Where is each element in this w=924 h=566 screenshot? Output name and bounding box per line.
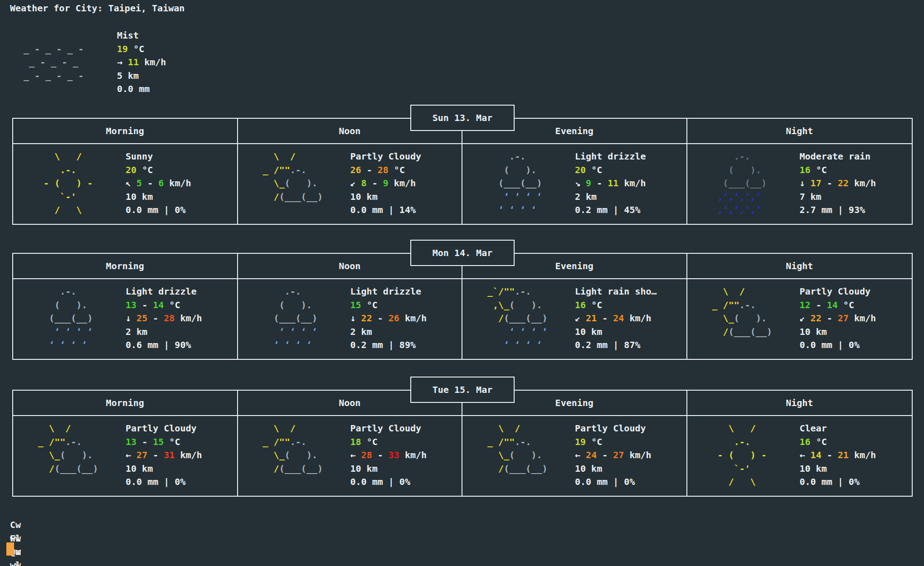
forecast-cell-noon: \ / _ /"".-. \_( ). /(___(__) Partly Clo… [238,144,463,224]
forecast-details: Light rain sho… 16 °C ↙ 21 - 24 km/h 10 … [575,285,657,352]
forecast-cell-morning: \ / .-. - ( ) - `-' / \Sunny 20 °C ↖ 5 -… [13,144,238,224]
column-header-night: Night [687,254,912,278]
date-label: Mon 14. Mar [410,240,515,266]
forecast-cell-morning: \ / _ /"".-. \_( ). /(___(__) Partly Clo… [13,416,238,496]
forecast-day-sun: MorningNoonEveningNight \ / .-. - ( ) - … [12,105,913,214]
sunny-icon: \ / .-. - ( ) - `-' / \ [33,150,92,217]
terminal-window: Weather for City: Taipei, Taiwan _ - _ -… [0,0,924,566]
column-header-night: Night [687,391,912,415]
sunny-icon: \ / .-. - ( ) - `-' / \ [707,422,767,489]
light-drizzle-icon: .-. ( ). (___(__) ʻ ʻ ʻ ʻ ʻ ʻ ʻ ʻ [482,150,542,217]
moderate-rain-icon: .-. ( ). (___(__) ‚ʻ‚ʻ‚ʻ‚ʻ ‚ʻ‚ʻ‚ʻ‚ʻ [707,150,767,217]
forecast-details: Light drizzle 20 °C ↘ 9 - 11 km/h 2 km 0… [575,150,646,217]
column-header-morning: Morning [13,391,238,415]
column-header-morning: Morning [13,119,238,143]
forecast-cell-night: .-. ( ). (___(__) ‚ʻ‚ʻ‚ʻ‚ʻ ‚ʻ‚ʻ‚ʻ‚ʻModer… [687,144,912,224]
page-title: Weather for City: Taipei, Taiwan [10,2,185,15]
partly-cloudy-icon: \ / _ /"".-. \_( ). /(___(__) [707,285,773,339]
forecast-table: MorningNoonEveningNight .-. ( ). (___(__… [12,253,913,360]
partly-cloudy-icon: \ / _ /"".-. \_( ). /(___(__) [482,422,548,475]
forecast-cell-morning: .-. ( ). (___(__) ʻ ʻ ʻ ʻ ʻ ʻ ʻ ʻLight d… [13,279,238,359]
forecast-table: MorningNoonEveningNight \ / .-. - ( ) - … [12,118,913,225]
partly-cloudy-icon: \ / _ /"".-. \_( ). /(___(__) [258,150,323,203]
forecast-cell-evening: .-. ( ). (___(__) ʻ ʻ ʻ ʻ ʻ ʻ ʻ ʻLight d… [462,144,687,224]
partly-cloudy-icon: \ / _ /"".-. \_( ). /(___(__) [258,422,323,475]
partly-cloudy-icon: \ / _ /"".-. \_( ). /(___(__) [33,422,98,475]
forecast-day-mon: MorningNoonEveningNight .-. ( ). (___(__… [12,240,913,349]
forecast-cell-evening: \ / _ /"".-. \_( ). /(___(__) Partly Clo… [462,416,687,496]
forecast-details: Clear 16 °C ← 14 - 21 km/h 10 km 0.0 mm … [800,422,876,489]
current-conditions: Mist 19 °C → 11 km/h 5 km 0.0 mm [117,29,166,96]
column-header-morning: Morning [13,254,238,278]
forecast-details: Sunny 20 °C ↖ 5 - 6 km/h 10 km 0.0 mm | … [126,150,191,217]
date-label: Sun 13. Mar [410,105,515,131]
forecast-details: Light drizzle 13 - 14 °C ↓ 25 - 28 km/h … [126,285,202,352]
forecast-table: MorningNoonEveningNight \ / _ /"".-. \_(… [12,390,913,497]
light-drizzle-icon: .-. ( ). (___(__) ʻ ʻ ʻ ʻ ʻ ʻ ʻ ʻ [258,285,317,352]
forecast-details: Partly Cloudy 18 °C ← 28 - 33 km/h 10 km… [350,422,427,489]
mist-icon: _ - _ - _ - _ - _ - _ _ - _ - _ - [18,29,84,82]
light-drizzle-icon: .-. ( ). (___(__) ʻ ʻ ʻ ʻ ʻ ʻ ʻ ʻ [33,285,92,352]
forecast-details: Partly Cloudy 19 °C ← 24 - 27 km/h 10 km… [575,422,652,489]
forecast-details: Partly Cloudy 13 - 15 °C ← 27 - 31 km/h … [126,422,202,489]
light-rain-shower-icon: _`/"".-. ,\_( ). /(___(__) ʻ ʻ ʻ ʻ ʻ ʻ ʻ… [482,285,548,352]
forecast-details: Partly Cloudy 12 - 14 °C ↙ 22 - 27 km/h … [800,285,876,352]
forecast-cell-noon: .-. ( ). (___(__) ʻ ʻ ʻ ʻ ʻ ʻ ʻ ʻLight d… [238,279,463,359]
column-header-night: Night [687,119,912,143]
forecast-day-tue: MorningNoonEveningNight \ / _ /"".-. \_(… [12,377,913,486]
forecast-cell-night: \ / _ /"".-. \_( ). /(___(__) Partly Clo… [687,279,912,359]
forecast-details: Partly Cloudy 26 - 28 °C ↙ 8 - 9 km/h 10… [350,150,422,217]
date-label: Tue 15. Mar [410,377,515,403]
terminal-cursor [6,542,14,556]
forecast-cell-night: \ / .-. - ( ) - `-' / \Clear 16 °C ← 14 … [687,416,912,496]
forecast-cell-noon: \ / _ /"".-. \_( ). /(___(__) Partly Clo… [238,416,463,496]
forecast-details: Light drizzle 15 °C ↓ 22 - 26 km/h 2 km … [350,285,427,352]
forecast-details: Moderate rain 16 °C ↓ 17 - 22 km/h 7 km … [800,150,876,217]
forecast-cell-evening: _`/"".-. ,\_( ). /(___(__) ʻ ʻ ʻ ʻ ʻ ʻ ʻ… [462,279,687,359]
